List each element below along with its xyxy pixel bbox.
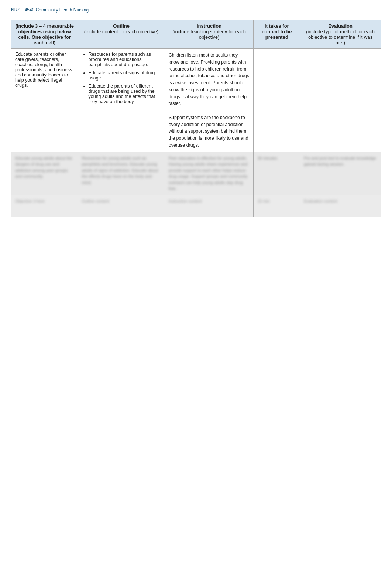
row1-objective: Educate parents or other care givers, te… (11, 49, 78, 152)
row3-col5-content: Evaluation content (304, 198, 377, 204)
row3-col2-content: Outline content (82, 198, 161, 204)
row2-col2: Resources for young adults such as pamph… (78, 152, 165, 195)
col5-sublabel: (include type of method for each objecti… (304, 29, 377, 45)
row2-col4: 30 minutes (254, 152, 300, 195)
table-row-2: Educate young adults about the dangers o… (11, 152, 381, 195)
row3-col5: Evaluation content (300, 195, 381, 217)
table-header-row: (include 3 – 4 measurable objectives usi… (11, 20, 381, 49)
row1-outline-item-1: Resources for parents such as brochures … (89, 52, 161, 67)
row1-instruction-text: Children listen most to adults they know… (169, 52, 250, 149)
col5-label: Evaluation (328, 23, 353, 29)
teaching-plan-table: (include 3 – 4 measurable objectives usi… (11, 20, 381, 217)
row2-col1: Educate young adults about the dangers o… (11, 152, 78, 195)
col4-header: it takes for content to be presented (254, 20, 300, 49)
row2-col3-content: Peer education is effective for young ad… (169, 155, 250, 192)
row3-col3-content: Instruction content (169, 198, 250, 204)
col2-label: Outline (113, 23, 130, 29)
row1-outline: Resources for parents such as brochures … (78, 49, 165, 152)
col1-header: (include 3 – 4 measurable objectives usi… (11, 20, 78, 49)
row3-col4: 15 min (254, 195, 300, 217)
row3-col4-content: 15 min (257, 198, 296, 204)
table-row-1: Educate parents or other care givers, te… (11, 49, 381, 152)
row1-outline-item-3: Educate the parents of different drugs t… (89, 84, 161, 104)
row2-col3: Peer education is effective for young ad… (165, 152, 254, 195)
row2-col4-content: 30 minutes (257, 155, 296, 161)
col5-header: Evaluation (include type of method for e… (300, 20, 381, 49)
course-header: NRSE 4540 Community Health Nursing (11, 7, 381, 13)
row2-col1-content: Educate young adults about the dangers o… (15, 155, 74, 180)
row1-time (254, 49, 300, 152)
row1-evaluation (300, 49, 381, 152)
row1-outline-list: Resources for parents such as brochures … (82, 52, 161, 104)
row2-col5-content: Pre and post test to evaluate knowledge … (304, 155, 377, 167)
table-row-3: Objective 3 here Outline content Instruc… (11, 195, 381, 217)
row1-outline-item-2: Educate parents of signs of drug usage. (89, 70, 161, 81)
row1-instruction: Children listen most to adults they know… (165, 49, 254, 152)
row2-col2-content: Resources for young adults such as pamph… (82, 155, 161, 186)
row3-col2: Outline content (78, 195, 165, 217)
row2-col5: Pre and post test to evaluate knowledge … (300, 152, 381, 195)
row3-col1: Objective 3 here (11, 195, 78, 217)
row3-col1-content: Objective 3 here (15, 198, 74, 204)
col3-header: Instruction (include teaching strategy f… (165, 20, 254, 49)
row3-col3: Instruction content (165, 195, 254, 217)
col2-header: Outline (include content for each object… (78, 20, 165, 49)
col3-label: Instruction (197, 23, 221, 29)
col2-sublabel: (include content for each objective) (82, 29, 161, 34)
col3-sublabel: (include teaching strategy for each obje… (169, 29, 250, 40)
